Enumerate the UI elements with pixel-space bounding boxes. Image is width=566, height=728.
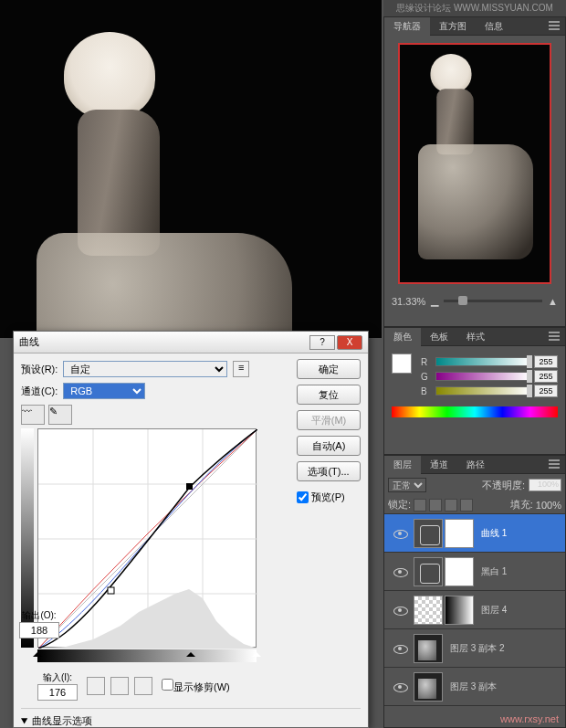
layer-name[interactable]: 黑白 1 <box>481 565 507 578</box>
layer-thumb[interactable] <box>414 672 443 702</box>
svg-rect-8 <box>108 587 114 594</box>
curves-dialog: 曲线 ? X 确定 复位 平滑(M) 自动(A) 选项(T)... 预览(P) … <box>13 331 369 728</box>
layer-item[interactable]: 黑白 1 <box>384 553 565 591</box>
dialog-title: 曲线 <box>19 335 308 349</box>
layers-panel: 图层 通道 路径 正常 不透明度: 100% 锁定: 填充: 100% 曲线 1… <box>383 455 566 728</box>
panel-menu-icon[interactable] <box>549 459 561 470</box>
ok-button[interactable]: 确定 <box>297 359 361 379</box>
lock-position-icon[interactable] <box>445 499 457 512</box>
visibility-icon[interactable] <box>392 564 408 580</box>
canvas-image <box>0 0 382 338</box>
fill-label: 填充: <box>510 498 533 512</box>
b-label: B <box>421 386 432 396</box>
layer-mask[interactable] <box>445 557 474 586</box>
layer-name[interactable]: 图层 3 副本 2 <box>450 642 504 655</box>
layer-mask[interactable] <box>445 519 474 548</box>
tab-paths[interactable]: 路径 <box>457 456 494 474</box>
disclosure-summary[interactable]: 曲线显示选项 <box>21 714 361 728</box>
blend-mode-select[interactable]: 正常 <box>388 478 426 492</box>
g-slider[interactable] <box>435 372 530 381</box>
tab-swatches[interactable]: 色板 <box>421 328 457 346</box>
tab-navigator[interactable]: 导航器 <box>384 17 430 36</box>
preview-checkbox[interactable]: 预览(P) <box>297 491 361 504</box>
visibility-icon[interactable] <box>392 640 408 657</box>
zoom-slider[interactable] <box>444 300 542 302</box>
zoom-out-icon[interactable]: ▁ <box>431 295 438 307</box>
layer-item[interactable]: 图层 4 <box>384 591 565 629</box>
channel-select[interactable]: RGB <box>63 383 145 399</box>
layer-item[interactable]: 图层 3 副本 2 <box>384 629 565 668</box>
g-value[interactable]: 255 <box>534 370 558 383</box>
r-slider[interactable] <box>435 357 530 366</box>
close-button[interactable]: X <box>337 335 362 350</box>
tab-layers[interactable]: 图层 <box>384 456 421 474</box>
fill-value[interactable]: 100% <box>536 500 561 511</box>
tab-channels[interactable]: 通道 <box>421 456 457 474</box>
g-label: G <box>421 372 432 382</box>
channel-label: 通道(C): <box>21 385 58 398</box>
curve-display-options[interactable]: 曲线显示选项 显示数量: 光 (0-255)(L) 颜料/油墨 %(G) 显示:… <box>21 708 361 728</box>
layer-thumb[interactable] <box>414 519 443 548</box>
smooth-button[interactable]: 平滑(M) <box>297 410 361 430</box>
lock-label: 锁定: <box>388 498 411 512</box>
zoom-value: 31.33% <box>392 296 425 307</box>
opacity-value[interactable]: 100% <box>529 479 561 491</box>
input-ramp[interactable] <box>37 649 257 662</box>
layer-item[interactable]: 图层 3 副本 <box>384 668 565 706</box>
output-value[interactable] <box>19 622 59 638</box>
preset-select[interactable]: 自定 <box>63 361 227 377</box>
svg-rect-7 <box>186 483 193 490</box>
cancel-button[interactable]: 复位 <box>297 385 361 405</box>
navigator-thumbnail[interactable] <box>398 43 551 284</box>
tab-histogram[interactable]: 直方图 <box>430 17 476 36</box>
b-value[interactable]: 255 <box>534 385 558 397</box>
layer-thumb[interactable] <box>414 557 443 586</box>
panel-menu-icon[interactable] <box>549 20 561 31</box>
gray-point-eyedropper-icon[interactable] <box>110 677 129 695</box>
layer-list: 曲线 1 黑白 1 图层 4 图层 3 副本 2 图层 3 副本 <box>384 514 565 706</box>
preset-menu-icon[interactable]: ≡ <box>233 361 249 377</box>
curve-tool-icon[interactable]: 〰 <box>21 405 45 425</box>
panel-menu-icon[interactable] <box>549 331 561 342</box>
zoom-in-icon[interactable]: ▲ <box>548 296 558 307</box>
visibility-icon[interactable] <box>392 525 408 542</box>
watermark: www.rxsy.net <box>500 713 559 724</box>
curve-graph[interactable] <box>37 428 257 648</box>
opacity-label: 不透明度: <box>482 479 525 492</box>
r-label: R <box>421 357 432 367</box>
options-button[interactable]: 选项(T)... <box>297 461 361 481</box>
tab-info[interactable]: 信息 <box>476 17 512 36</box>
b-slider[interactable] <box>435 386 530 396</box>
output-label: 输出(O): <box>19 609 59 622</box>
color-panel: 颜色 色板 样式 R255 G255 B255 <box>383 327 566 455</box>
black-point-eyedropper-icon[interactable] <box>87 677 105 695</box>
layer-mask[interactable] <box>445 596 474 625</box>
preset-label: 预设(R): <box>21 363 58 376</box>
lock-all-icon[interactable] <box>460 499 473 512</box>
tab-styles[interactable]: 样式 <box>457 328 494 346</box>
dialog-titlebar[interactable]: 曲线 ? X <box>14 332 368 353</box>
layer-thumb[interactable] <box>414 596 443 625</box>
layer-name[interactable]: 图层 3 副本 <box>450 681 497 693</box>
hue-strip[interactable] <box>392 406 558 417</box>
lock-transparent-icon[interactable] <box>414 499 426 512</box>
visibility-icon[interactable] <box>392 679 408 695</box>
input-value[interactable] <box>37 684 78 701</box>
navigator-panel: 导航器 直方图 信息 31.33% ▁ ▲ <box>383 16 566 327</box>
layer-name[interactable]: 曲线 1 <box>481 527 507 540</box>
r-value[interactable]: 255 <box>534 355 558 368</box>
white-point-eyedropper-icon[interactable] <box>134 677 152 695</box>
minimize-button[interactable]: ? <box>309 335 335 350</box>
visibility-icon[interactable] <box>392 602 408 618</box>
pencil-tool-icon[interactable]: ✎ <box>48 405 72 425</box>
auto-button[interactable]: 自动(A) <box>297 436 361 456</box>
foreground-swatch[interactable] <box>392 353 412 374</box>
lock-pixels-icon[interactable] <box>429 499 442 512</box>
tab-color[interactable]: 颜色 <box>384 328 421 346</box>
layer-item[interactable]: 曲线 1 <box>384 514 565 553</box>
layer-name[interactable]: 图层 4 <box>481 604 507 617</box>
forum-title: 思缘设计论坛 WWW.MISSYUAN.COM <box>383 0 566 16</box>
input-label: 输入(I): <box>37 671 78 684</box>
show-clipping-checkbox[interactable]: 显示修剪(W) <box>162 679 230 694</box>
layer-thumb[interactable] <box>414 634 443 663</box>
